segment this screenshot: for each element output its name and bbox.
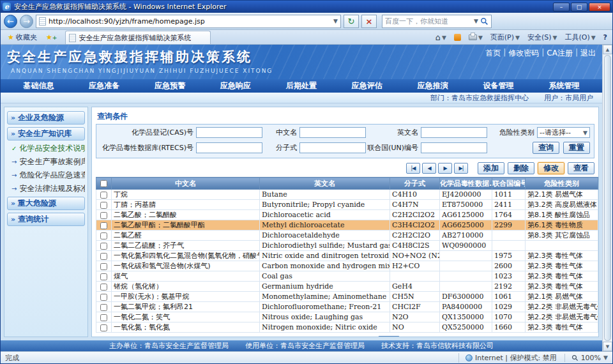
action-button-查看[interactable]: 查看 — [568, 162, 594, 174]
header-link[interactable]: 退出 — [580, 48, 596, 59]
address-dropdown-icon[interactable]: ▼ — [333, 18, 338, 24]
nav-item[interactable]: 应急评估 — [352, 80, 382, 91]
sidebar-item[interactable]: →危险化学品应急速查手... — [7, 170, 85, 181]
nav-item[interactable]: 应急推演 — [418, 80, 448, 91]
row-checkbox[interactable] — [100, 212, 107, 219]
search-box[interactable]: 百度一下，你就知道 ▼ — [382, 15, 492, 28]
row-checkbox[interactable] — [100, 273, 107, 280]
action-button-修改[interactable]: 修改 — [538, 162, 564, 174]
nav-item[interactable]: 后期处置 — [286, 80, 317, 91]
search-icon[interactable] — [480, 17, 488, 26]
prev-page-button[interactable]: ◀ — [422, 163, 436, 174]
sidebar-item[interactable]: →安全生产事故案例库 — [7, 156, 85, 167]
row-checkbox[interactable] — [100, 192, 107, 199]
zoom-dropdown-icon[interactable]: ▼ — [603, 354, 608, 361]
page-number-input[interactable] — [402, 337, 421, 338]
sidebar-group[interactable]: »查询统计 — [7, 213, 85, 226]
row-checkbox[interactable] — [100, 222, 107, 229]
sidebar-group[interactable]: »企业及危险源 — [7, 111, 85, 125]
row-checkbox[interactable] — [100, 263, 107, 270]
header-link[interactable]: CA注册 — [547, 48, 573, 59]
scroll-down-icon[interactable]: ▼ — [603, 342, 612, 351]
table-row[interactable]: 煤气Coal gas1023第2.3类 毒性气体 — [96, 271, 598, 282]
forward-button[interactable]: → — [20, 15, 33, 28]
first-page-button[interactable]: |◀ — [406, 163, 420, 174]
query-input[interactable] — [299, 142, 366, 153]
table-row[interactable]: 一氧化碳和氢气混合物(水煤气)Carbon monoxide and hydro… — [96, 261, 598, 271]
hazard-class-select[interactable]: --请选择--▼ — [537, 127, 590, 138]
add-favorite-button[interactable]: ★+ — [42, 31, 62, 43]
table-row[interactable]: 一氧化氮和四氧化二氮混合物(氮氧化物，硝酸气，氧化氮气体)Nitric oxid… — [96, 251, 598, 261]
table-row[interactable]: 一氧化氮；氧化氮Nitrogen monoxide; Nitric oxideN… — [96, 322, 598, 333]
scroll-up-icon[interactable]: ▲ — [603, 45, 612, 54]
vertical-scrollbar[interactable]: ▲ ▼ — [602, 45, 612, 351]
refresh-button[interactable]: ↻ — [344, 15, 359, 28]
menu-button[interactable]: 安全(S)▼ — [525, 32, 560, 43]
sidebar-item[interactable]: ✓化学品安全技术说明书 — [7, 143, 85, 154]
last-page-button[interactable]: ▶| — [454, 163, 468, 174]
table-row[interactable]: 二氯二乙硫醚；芥子气Dichlorodiethyl sulfide; Musta… — [96, 241, 598, 251]
row-checkbox[interactable] — [100, 304, 107, 311]
row-checkbox[interactable] — [100, 314, 107, 321]
nav-item[interactable]: 基础信息 — [23, 80, 54, 91]
nav-item[interactable]: 应急响应 — [220, 80, 251, 91]
header-link[interactable]: 修改密码 — [508, 48, 539, 59]
row-checkbox[interactable] — [100, 294, 107, 301]
menu-button[interactable]: 工具(O)▼ — [562, 32, 598, 43]
query-input[interactable] — [196, 127, 262, 138]
zoom-control[interactable]: 100% ▼ — [564, 354, 608, 362]
table-row[interactable]: 二氯乙醛DichloroacetaldehydeC2H2Cl2OAB271000… — [96, 231, 598, 241]
row-checkbox[interactable] — [100, 232, 107, 239]
table-row[interactable]: 锗烷（氢化锗）Germanium hydrideGeH42192第2.3类 毒性… — [96, 282, 598, 292]
sidebar-group[interactable]: »安全生产知识库 — [7, 127, 85, 140]
next-page-button[interactable]: ▶ — [438, 163, 452, 174]
query-input[interactable] — [196, 142, 262, 153]
table-row[interactable]: 二氯乙酸甲酯；二氯醋酸甲酯Methyl dichloroacetateC3H4C… — [96, 220, 598, 231]
action-button-添加[interactable]: 添加 — [478, 162, 504, 174]
rss-icon — [454, 34, 461, 41]
row-checkbox[interactable] — [100, 202, 107, 209]
search-input[interactable]: 百度一下，你就知道 — [385, 17, 472, 26]
home-button[interactable]: ⌂▼ — [433, 32, 449, 43]
feeds-button[interactable] — [451, 33, 464, 42]
close-button[interactable]: × — [589, 3, 610, 11]
address-input[interactable]: http://localhost:90/yjzh/frame/homepage.… — [36, 15, 341, 28]
menu-button[interactable]: 页面(P)▼ — [488, 32, 522, 43]
maximize-button[interactable]: □ — [571, 3, 587, 11]
table-row[interactable]: 二氯乙酸；二氯醋酸Dichloroacetic acidC2H2Cl2O2AG6… — [96, 210, 598, 220]
table-row[interactable]: 丁烷ButaneC4H10EJ42000001011第2.1类 易燃气体 — [96, 190, 598, 200]
sidebar-group[interactable]: »重大危险源 — [7, 197, 85, 210]
query-input[interactable] — [421, 127, 487, 138]
search-dropdown-icon[interactable]: ▼ — [474, 18, 478, 24]
query-input[interactable] — [421, 142, 487, 153]
help-button[interactable]: ? — [601, 33, 610, 42]
goto-page-button[interactable]: 转到 — [378, 336, 400, 337]
reset-button[interactable]: 重置 — [563, 142, 590, 154]
table-row[interactable]: 一甲胺(无水)；氨基甲烷Monomethylamine; Aminomethan… — [96, 292, 598, 302]
stop-button[interactable]: × — [361, 15, 377, 28]
row-checkbox[interactable] — [100, 284, 107, 291]
minimize-button[interactable]: – — [553, 3, 570, 11]
scrollbar-thumb[interactable] — [604, 55, 611, 341]
row-checkbox[interactable] — [100, 253, 107, 260]
action-button-删除[interactable]: 删除 — [508, 162, 534, 174]
row-checkbox[interactable] — [100, 324, 107, 331]
browser-tab[interactable]: 安全生产应急救援指挥辅助决策系统 — [65, 31, 211, 44]
query-input[interactable] — [299, 127, 366, 138]
table-row[interactable]: 一氟二氯甲烷；氟利昂21Dichlorofluoromethane; Freon… — [96, 302, 598, 312]
table-cell: 第2.2类 非易燃无毒气体 — [526, 302, 598, 312]
nav-item[interactable]: 设备管理 — [483, 80, 514, 91]
table-row[interactable]: 一氧化二氮；笑气Nitrous oxide; Laughing gasN2OQX… — [96, 312, 598, 322]
favorites-button[interactable]: ★ 收藏夹 — [3, 31, 42, 43]
back-button[interactable]: ← — [4, 15, 17, 28]
header-link[interactable]: 首页 — [485, 48, 501, 59]
sidebar-item[interactable]: →安全法律法规及标准库 — [7, 183, 85, 194]
nav-item[interactable]: 应急准备 — [89, 80, 119, 91]
select-all-checkbox[interactable] — [100, 180, 107, 187]
table-row[interactable]: 丁腈；丙基腈Butyronitrile; Propyl cyanideC4H7N… — [96, 200, 598, 210]
print-button[interactable]: ▼ — [466, 34, 485, 42]
nav-item[interactable]: 系统管理 — [549, 80, 579, 91]
nav-item[interactable]: 应急预警 — [155, 80, 185, 91]
search-button[interactable]: 查询 — [533, 142, 559, 154]
row-checkbox[interactable] — [100, 243, 107, 250]
